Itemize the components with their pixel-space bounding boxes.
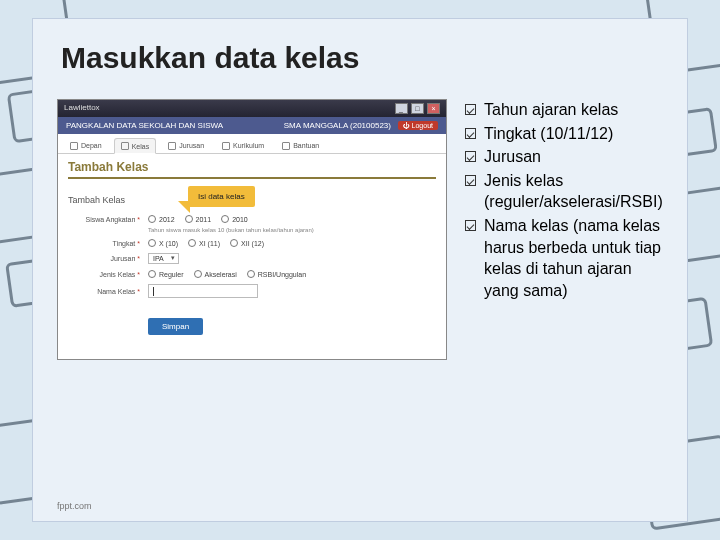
slide-content: Lawliettox _ □ × PANGKALAN DATA SEKOLAH …	[33, 99, 687, 360]
text-cursor-icon	[153, 287, 154, 296]
radio-angkatan-2011[interactable]: 2011	[185, 215, 212, 223]
checkbox-icon	[465, 220, 476, 231]
checkbox-icon	[465, 175, 476, 186]
slide: Masukkan data kelas Lawliettox _ □ × PAN…	[32, 18, 688, 522]
radio-angkatan-2010[interactable]: 2010	[221, 215, 248, 223]
window-titlebar: Lawliettox _ □ ×	[58, 100, 446, 117]
tab-kelas[interactable]: Kelas	[114, 138, 157, 154]
app-screenshot: Lawliettox _ □ × PANGKALAN DATA SEKOLAH …	[57, 99, 447, 360]
main-area: Tambah Kelas Isi data kelas Tambah Kelas…	[58, 154, 446, 359]
row-jurusan: Jurusan * IPA	[68, 253, 436, 264]
bullet-3: Jurusan	[465, 146, 663, 168]
nav-tabs: Depan Kelas Jurusan Kurikulum Bantuan	[58, 134, 446, 154]
class-icon	[121, 142, 129, 150]
maximize-icon[interactable]: □	[411, 103, 424, 114]
input-nama-kelas[interactable]	[148, 284, 258, 298]
slide-title: Masukkan data kelas	[33, 19, 687, 75]
bullet-list: Tahun ajaran kelas Tingkat (10/11/12) Ju…	[465, 99, 663, 360]
checkbox-icon	[465, 104, 476, 115]
callout-tooltip: Isi data kelas	[188, 186, 255, 207]
label-jurusan: Jurusan *	[68, 255, 148, 262]
help-icon	[282, 142, 290, 150]
window-app-name: Lawliettox	[64, 103, 100, 114]
label-angkatan: Siswa Angkatan *	[68, 216, 148, 223]
page-heading: Tambah Kelas	[68, 160, 436, 179]
tab-kurikulum[interactable]: Kurikulum	[216, 138, 270, 153]
logout-button[interactable]: ⏻ Logout	[398, 121, 438, 130]
major-icon	[168, 142, 176, 150]
app-title: PANGKALAN DATA SEKOLAH DAN SISWA	[66, 121, 223, 130]
school-name: SMA MANGGALA (20100523)	[284, 121, 391, 130]
checkbox-icon	[465, 151, 476, 162]
tab-jurusan[interactable]: Jurusan	[162, 138, 210, 153]
bullet-1: Tahun ajaran kelas	[465, 99, 663, 121]
curriculum-icon	[222, 142, 230, 150]
app-header: PANGKALAN DATA SEKOLAH DAN SISWA SMA MAN…	[58, 117, 446, 134]
tab-bantuan[interactable]: Bantuan	[276, 138, 325, 153]
row-angkatan: Siswa Angkatan * 2012 2011 2010	[68, 215, 436, 223]
window-controls: _ □ ×	[394, 103, 440, 114]
radio-jenis-reguler[interactable]: Reguler	[148, 270, 184, 278]
minimize-icon[interactable]: _	[395, 103, 408, 114]
bullet-2: Tingkat (10/11/12)	[465, 123, 663, 145]
angkatan-note: Tahun siswa masuk kelas 10 (bukan tahun …	[148, 227, 436, 233]
radio-tingkat-12[interactable]: XII (12)	[230, 239, 264, 247]
label-tingkat: Tingkat *	[68, 240, 148, 247]
radio-tingkat-11[interactable]: XI (11)	[188, 239, 220, 247]
tab-depan[interactable]: Depan	[64, 138, 108, 153]
save-button[interactable]: Simpan	[148, 318, 203, 335]
footer-credit: fppt.com	[57, 501, 92, 511]
home-icon	[70, 142, 78, 150]
row-tingkat: Tingkat * X (10) XI (11) XII (12)	[68, 239, 436, 247]
checkbox-icon	[465, 128, 476, 139]
radio-tingkat-10[interactable]: X (10)	[148, 239, 178, 247]
radio-jenis-akselerasi[interactable]: Akselerasi	[194, 270, 237, 278]
label-nama: Nama Kelas *	[68, 288, 148, 295]
bullet-5: Nama kelas (nama kelas harus berbeda unt…	[465, 215, 663, 301]
label-jenis: Jenis Kelas *	[68, 271, 148, 278]
row-jenis: Jenis Kelas * Reguler Akselerasi RSBI/Un…	[68, 270, 436, 278]
close-icon[interactable]: ×	[427, 103, 440, 114]
radio-jenis-rsbi[interactable]: RSBI/Unggulan	[247, 270, 306, 278]
radio-angkatan-2012[interactable]: 2012	[148, 215, 175, 223]
select-jurusan[interactable]: IPA	[148, 253, 179, 264]
row-nama: Nama Kelas *	[68, 284, 436, 298]
bullet-4: Jenis kelas (reguler/akselerasi/RSBI)	[465, 170, 663, 213]
